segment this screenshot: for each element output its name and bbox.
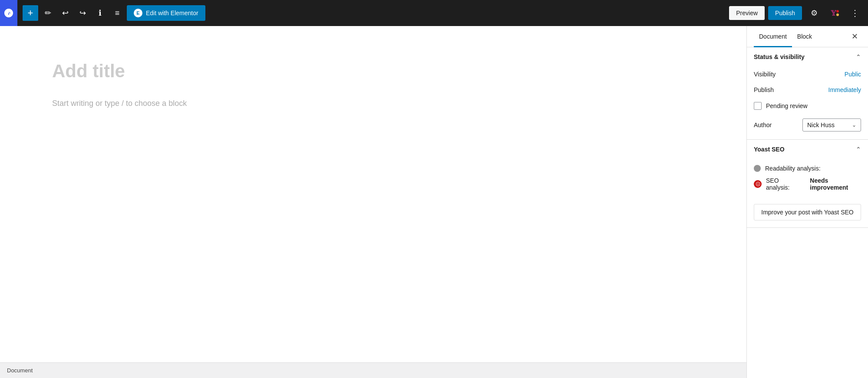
editor-area: Start writing or type / to choose a bloc… — [0, 26, 746, 378]
yoast-items: Readability analysis: ☹ SEO analysis: Ne… — [747, 159, 868, 201]
visibility-row: Visibility Public — [747, 66, 868, 82]
status-section-header[interactable]: Status & visibility ⌃ — [747, 47, 868, 66]
pending-review-checkbox[interactable] — [754, 102, 762, 110]
undo-icon: ↩ — [62, 8, 69, 18]
elementor-icon: E — [134, 9, 142, 17]
settings-button[interactable]: ⚙ — [805, 4, 823, 22]
seo-item: ☹ SEO analysis: Needs improvement — [754, 174, 861, 194]
redo-button[interactable]: ↪ — [75, 5, 90, 21]
chevron-up-icon: ⌃ — [856, 53, 861, 60]
undo-button[interactable]: ↩ — [57, 5, 73, 21]
yoast-section-header[interactable]: Yoast SEO ⌃ — [747, 140, 868, 159]
main-layout: Start writing or type / to choose a bloc… — [0, 26, 868, 378]
publish-button[interactable]: Publish — [768, 6, 802, 20]
close-sidebar-button[interactable]: ✕ — [848, 30, 861, 43]
close-icon: ✕ — [851, 32, 858, 41]
tab-block[interactable]: Block — [792, 26, 817, 47]
editor-content[interactable]: Start writing or type / to choose a bloc… — [0, 26, 746, 362]
info-button[interactable]: ℹ — [92, 5, 108, 21]
pending-review-row: Pending review — [747, 98, 868, 114]
list-view-button[interactable]: ≡ — [109, 5, 125, 21]
add-block-button[interactable]: + — [23, 5, 38, 21]
plus-icon: + — [28, 7, 33, 19]
author-select[interactable]: Nick Huss ⌄ — [802, 118, 861, 131]
pencil-icon: ✏ — [45, 8, 51, 18]
preview-button[interactable]: Preview — [729, 6, 765, 20]
gear-icon: ⚙ — [811, 8, 818, 18]
seo-sad-icon: ☹ — [754, 180, 762, 188]
edit-elementor-label: Edit with Elementor — [146, 10, 198, 16]
author-row: Author Nick Huss ⌄ — [747, 114, 868, 136]
body-placeholder[interactable]: Start writing or type / to choose a bloc… — [52, 99, 694, 108]
toolbar-right: Preview Publish ⚙ 𝕐 ⋮ — [729, 4, 863, 22]
more-icon: ⋮ — [851, 8, 859, 18]
post-title-input[interactable] — [52, 61, 694, 82]
editor-bottom-bar: Document — [0, 362, 746, 378]
sidebar-tabs: Document Block ✕ — [747, 26, 868, 47]
list-icon: ≡ — [115, 9, 120, 18]
yoast-section-title: Yoast SEO — [754, 146, 785, 153]
sidebar-content: Status & visibility ⌃ Visibility Public … — [747, 47, 868, 378]
yoast-icon: 𝕐 — [831, 9, 839, 17]
redo-icon: ↪ — [79, 8, 86, 18]
seo-label: SEO analysis: — [766, 177, 799, 191]
visibility-label: Visibility — [754, 71, 776, 78]
yoast-button[interactable]: 𝕐 — [826, 4, 844, 22]
tab-document[interactable]: Document — [754, 26, 792, 47]
readability-label: Readability analysis: — [765, 165, 821, 172]
author-name: Nick Huss — [807, 122, 835, 128]
chevron-up-icon-yoast: ⌃ — [856, 146, 861, 153]
publish-row: Publish Immediately — [747, 82, 868, 98]
svg-text:W: W — [7, 11, 11, 16]
visibility-value[interactable]: Public — [845, 71, 861, 78]
status-section-title: Status & visibility — [754, 53, 805, 60]
edit-mode-button[interactable]: ✏ — [40, 5, 56, 21]
chevron-down-icon: ⌄ — [852, 122, 856, 128]
wp-logo[interactable]: W — [0, 0, 17, 26]
yoast-seo-section: Yoast SEO ⌃ Readability analysis: ☹ SEO … — [747, 140, 868, 228]
pending-review-label: Pending review — [766, 102, 808, 109]
seo-value: Needs improvement — [810, 177, 861, 191]
info-icon: ℹ — [99, 8, 102, 18]
sidebar: Document Block ✕ Status & visibility ⌃ V… — [746, 26, 868, 378]
toolbar: W + ✏ ↩ ↪ ℹ ≡ E Edit with Elementor Prev… — [0, 0, 868, 26]
status-visibility-section: Status & visibility ⌃ Visibility Public … — [747, 47, 868, 140]
readability-dot — [754, 165, 761, 172]
edit-with-elementor-button[interactable]: E Edit with Elementor — [127, 5, 205, 21]
more-options-button[interactable]: ⋮ — [847, 5, 863, 21]
publish-value[interactable]: Immediately — [828, 86, 861, 93]
publish-label: Publish — [754, 86, 774, 93]
author-label: Author — [754, 122, 772, 128]
yoast-improve-button[interactable]: Improve your post with Yoast SEO — [754, 204, 861, 220]
readability-item: Readability analysis: — [754, 162, 861, 174]
bottom-bar-label: Document — [7, 367, 33, 374]
